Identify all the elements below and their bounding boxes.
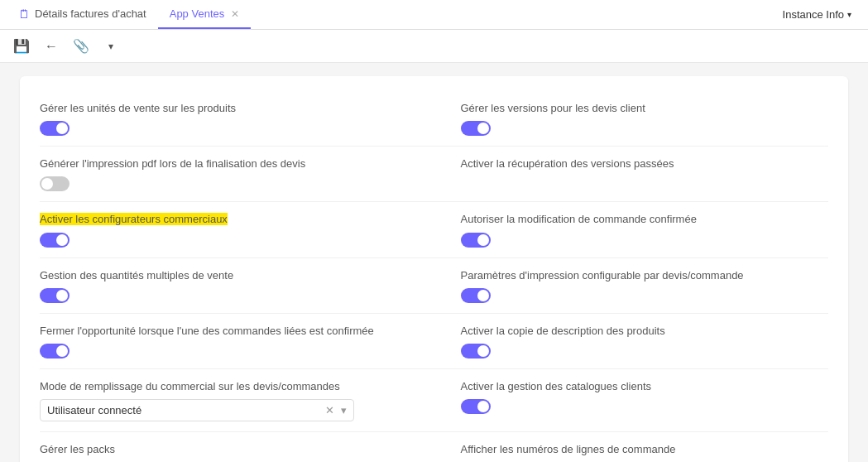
toggle-wrap-left-2 (40, 233, 424, 248)
dropdown-arrow-5[interactable]: ▾ (341, 404, 347, 416)
more-button[interactable]: ▾ (99, 35, 122, 58)
setting-right-4: Activer la copie de description des prod… (434, 315, 829, 367)
clip-button[interactable]: 📎 (70, 35, 93, 58)
setting-left-label-3: Gestion des quantités multiples de vente (40, 268, 424, 283)
toggle-wrap-right-2 (461, 233, 819, 248)
toggle-wrap-left-3 (40, 288, 424, 303)
factures-icon: 🗒 (18, 7, 30, 21)
setting-left-2: Activer les configurateurs commerciaux (40, 204, 434, 255)
toggle-right-5[interactable] (461, 399, 491, 414)
setting-left-label-4: Fermer l'opportunité lorsque l'une des c… (40, 324, 424, 339)
toggle-right-4[interactable] (461, 344, 491, 359)
toggle-left-1[interactable] (40, 176, 70, 191)
setting-right-label-0: Gérer les versions pour les devis client (461, 101, 819, 116)
tab-ventes-label: App Ventes (170, 7, 225, 20)
toggle-wrap-right-0 (461, 121, 819, 136)
dropdown-clear-5[interactable]: ✕ (325, 404, 334, 416)
instance-info[interactable]: Instance Info ▾ (783, 0, 861, 29)
toggle-wrap-right-5 (461, 399, 819, 414)
toggle-right-2[interactable] (461, 233, 491, 248)
toggle-right-3[interactable] (461, 288, 491, 303)
setting-left-5: Mode de remplissage du commercial sur le… (40, 371, 434, 430)
setting-left-label-6: Gérer les packs (40, 442, 424, 457)
instance-info-arrow: ▾ (847, 10, 851, 19)
toggle-wrap-left-0 (40, 121, 424, 136)
toggle-left-2[interactable] (40, 233, 70, 248)
setting-left-6: Gérer les packs (40, 434, 434, 462)
setting-right-label-3: Paramètres d'impression configurable par… (461, 268, 819, 283)
back-button[interactable]: ← (40, 35, 63, 58)
settings-card: Gérer les unités de vente sur les produi… (20, 76, 848, 462)
toggle-wrap-left-4 (40, 344, 424, 359)
toggle-left-0[interactable] (40, 121, 70, 136)
tab-ventes[interactable]: App Ventes ✕ (158, 0, 252, 29)
setting-right-label-6: Afficher les numéros de lignes de comman… (461, 442, 819, 457)
setting-left-1: Générer l'impression pdf lors de la fina… (40, 148, 434, 200)
setting-right-label-1: Activer la récupération des versions pas… (461, 156, 819, 171)
setting-left-4: Fermer l'opportunité lorsque l'une des c… (40, 315, 434, 367)
setting-left-label-0: Gérer les unités de vente sur les produi… (40, 101, 424, 116)
tab-factures-label: Détails factures d'achat (35, 7, 146, 20)
tab-bar-left: 🗒 Détails factures d'achat App Ventes ✕ (7, 0, 251, 29)
toggle-left-4[interactable] (40, 344, 70, 359)
dropdown-left-5[interactable]: Utilisateur connecté ✕ ▾ (40, 399, 354, 421)
setting-left-label-1: Générer l'impression pdf lors de la fina… (40, 156, 424, 171)
settings-grid: Gérer les unités de vente sur les produi… (40, 93, 828, 462)
setting-right-6: Afficher les numéros de lignes de comman… (434, 434, 829, 462)
setting-right-1: Activer la récupération des versions pas… (434, 148, 829, 200)
setting-right-label-5: Activer la gestion des catalogues client… (461, 379, 819, 394)
setting-right-2: Autoriser la modification de commande co… (434, 204, 829, 255)
instance-info-label: Instance Info (783, 8, 844, 21)
save-button[interactable]: 💾 (10, 35, 33, 58)
main-content: Gérer les unités de vente sur les produi… (0, 63, 868, 462)
setting-right-label-2: Autoriser la modification de commande co… (461, 212, 819, 227)
toggle-right-0[interactable] (461, 121, 491, 136)
toolbar: 💾 ← 📎 ▾ (0, 30, 868, 63)
toggle-wrap-left-1 (40, 176, 424, 191)
setting-left-label-5: Mode de remplissage du commercial sur le… (40, 379, 424, 394)
tab-ventes-close[interactable]: ✕ (231, 8, 239, 20)
tab-factures[interactable]: 🗒 Détails factures d'achat (7, 0, 158, 29)
setting-left-3: Gestion des quantités multiples de vente (40, 260, 434, 311)
toggle-wrap-right-4 (461, 344, 819, 359)
setting-right-0: Gérer les versions pour les devis client (434, 93, 829, 144)
setting-right-label-4: Activer la copie de description des prod… (461, 324, 819, 339)
setting-left-label-2: Activer les configurateurs commerciaux (40, 212, 424, 227)
setting-right-5: Activer la gestion des catalogues client… (434, 371, 829, 430)
toggle-wrap-right-3 (461, 288, 819, 303)
setting-right-3: Paramètres d'impression configurable par… (434, 260, 829, 311)
dropdown-value-5: Utilisateur connecté (47, 404, 141, 416)
tab-bar: 🗒 Détails factures d'achat App Ventes ✕ … (0, 0, 868, 30)
setting-left-0: Gérer les unités de vente sur les produi… (40, 93, 434, 144)
toggle-left-3[interactable] (40, 288, 70, 303)
